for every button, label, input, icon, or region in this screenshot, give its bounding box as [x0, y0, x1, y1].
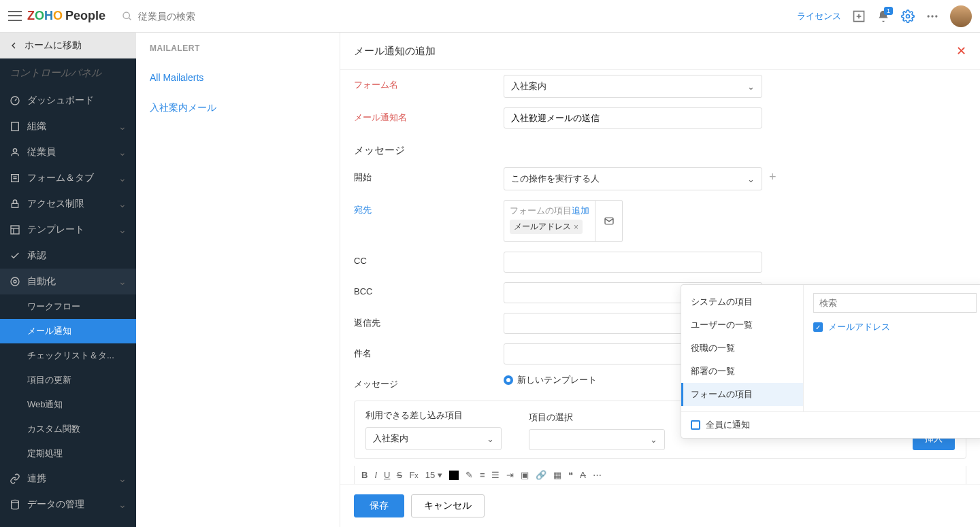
- to-field[interactable]: フォームの項目追加 メールアドレス ×: [504, 200, 595, 242]
- italic-button[interactable]: I: [374, 470, 377, 480]
- fontsize-select[interactable]: 15 ▾: [425, 470, 442, 480]
- add-start-button[interactable]: +: [769, 167, 777, 184]
- font-button[interactable]: Fx: [409, 470, 418, 480]
- chip-remove-icon[interactable]: ×: [574, 222, 578, 232]
- merge-avail-select[interactable]: 入社案内⌄: [365, 427, 502, 450]
- search-icon: [122, 11, 133, 22]
- align-button[interactable]: ≡: [480, 470, 485, 480]
- underline-button[interactable]: U: [384, 470, 390, 480]
- subject-label: 件名: [354, 343, 504, 360]
- chevron-down-icon: ⌄: [118, 224, 127, 235]
- cancel-button[interactable]: キャンセル: [411, 494, 485, 517]
- dashboard-icon: [10, 95, 20, 106]
- database-icon: [10, 499, 20, 510]
- search-input[interactable]: [138, 11, 342, 22]
- sub-workflow[interactable]: ワークフロー: [0, 294, 136, 319]
- avatar[interactable]: [950, 5, 972, 27]
- msg-label: メッセージ: [354, 374, 504, 390]
- add-icon[interactable]: [852, 10, 866, 23]
- chevron-down-icon: ⌄: [118, 173, 127, 184]
- reply-label: 返信先: [354, 313, 504, 329]
- nav-access[interactable]: アクセス制限⌄: [0, 191, 136, 217]
- merge-select-label: 項目の選択: [529, 411, 665, 424]
- back-home-label: ホームに移動: [24, 39, 82, 52]
- all-mailalerts-link[interactable]: All Mailalerts: [150, 67, 326, 97]
- license-link[interactable]: ライセンス: [797, 10, 841, 22]
- nav-org[interactable]: 組織⌄: [0, 114, 136, 139]
- image-button[interactable]: ▣: [521, 470, 529, 480]
- popup-cat-roles[interactable]: 役職の一覧: [681, 337, 803, 360]
- chevron-down-icon: ⌄: [118, 276, 127, 287]
- notif-badge: 1: [884, 7, 893, 15]
- to-picker-button[interactable]: [595, 200, 623, 242]
- nav-templates[interactable]: テンプレート⌄: [0, 217, 136, 243]
- nav-forms[interactable]: フォーム＆タブ⌄: [0, 165, 136, 191]
- chevron-down-icon: ⌄: [747, 82, 755, 92]
- to-placeholder: フォームの項目: [510, 205, 572, 217]
- list-button[interactable]: ☰: [491, 470, 500, 480]
- panel2-title: MAILALERT: [150, 44, 326, 53]
- save-button[interactable]: 保存: [354, 494, 404, 517]
- nav-dashboard[interactable]: ダッシュボード: [0, 88, 136, 114]
- chevron-down-icon: ⌄: [118, 199, 127, 209]
- nav-approval[interactable]: 承認: [0, 243, 136, 269]
- nav-integration[interactable]: 連携⌄: [0, 466, 136, 492]
- building-icon: [10, 121, 20, 132]
- sub-webhook[interactable]: Web通知: [0, 392, 136, 417]
- popup-notify-all[interactable]: 全員に通知: [691, 419, 977, 431]
- highlight-button[interactable]: ✎: [466, 470, 473, 480]
- quote-button[interactable]: ❝: [568, 470, 573, 480]
- radio-icon: [504, 375, 513, 385]
- popup-cat-users[interactable]: ユーザーの一覧: [681, 313, 803, 337]
- svg-point-6: [928, 15, 930, 17]
- bold-button[interactable]: B: [361, 470, 368, 480]
- strike-button[interactable]: S̶: [397, 470, 402, 480]
- svg-rect-11: [12, 122, 19, 131]
- link-button[interactable]: 🔗: [536, 470, 546, 480]
- svg-point-0: [123, 12, 129, 18]
- gear-icon[interactable]: [901, 10, 915, 23]
- chevron-down-icon: ⌄: [118, 147, 127, 158]
- to-add-link[interactable]: 追加: [572, 205, 589, 217]
- message-section-title: メッセージ: [340, 133, 980, 163]
- svg-line-1: [129, 18, 131, 20]
- template-icon: [10, 224, 20, 235]
- start-label: 開始: [354, 167, 504, 184]
- mail-name-input[interactable]: [504, 107, 762, 129]
- approval-icon: [10, 250, 20, 261]
- sub-field-update[interactable]: 項目の更新: [0, 368, 136, 392]
- nav-automation[interactable]: 自動化⌄: [0, 269, 136, 294]
- more-icon[interactable]: [926, 10, 939, 23]
- menu-toggle[interactable]: [8, 10, 22, 23]
- indent-button[interactable]: ⇥: [506, 470, 514, 480]
- more-button[interactable]: ⋯: [593, 470, 602, 480]
- merge-field-select[interactable]: ⌄: [529, 429, 665, 450]
- sub-mail-notification[interactable]: メール通知: [0, 319, 136, 343]
- sub-checklist[interactable]: チェックリスト＆タ...: [0, 343, 136, 368]
- popup-search-input[interactable]: [813, 293, 977, 313]
- svg-rect-18: [12, 203, 18, 207]
- close-button[interactable]: ✕: [956, 44, 966, 58]
- start-select[interactable]: この操作を実行する人⌄: [504, 167, 762, 190]
- mailalert-item[interactable]: 入社案内メール: [150, 97, 326, 128]
- form-name-select[interactable]: 入社案内⌄: [504, 75, 762, 98]
- bell-icon[interactable]: 1: [877, 10, 890, 23]
- svg-point-24: [12, 500, 19, 503]
- popup-cat-fields[interactable]: フォームの項目: [681, 383, 803, 406]
- popup-cat-system[interactable]: システムの項目: [681, 290, 803, 313]
- popup-opt-email[interactable]: メールアドレス: [813, 321, 977, 333]
- clear-button[interactable]: A̶: [580, 470, 586, 480]
- popup-cat-depts[interactable]: 部署の一覧: [681, 360, 803, 383]
- chevron-left-icon: [8, 40, 19, 51]
- nav-data-mgmt[interactable]: データの管理⌄: [0, 492, 136, 517]
- sub-scheduler[interactable]: 定期処理: [0, 441, 136, 466]
- table-button[interactable]: ▦: [553, 470, 561, 480]
- template-radio[interactable]: 新しいテンプレート: [504, 374, 597, 386]
- nav-employees[interactable]: 従業員⌄: [0, 139, 136, 165]
- cc-input[interactable]: [504, 252, 762, 273]
- color-swatch[interactable]: [449, 471, 459, 480]
- sub-custom-fn[interactable]: カスタム関数: [0, 417, 136, 441]
- back-home[interactable]: ホームに移動: [0, 33, 136, 58]
- logo[interactable]: ZOHO People: [27, 9, 105, 23]
- svg-point-23: [11, 277, 19, 286]
